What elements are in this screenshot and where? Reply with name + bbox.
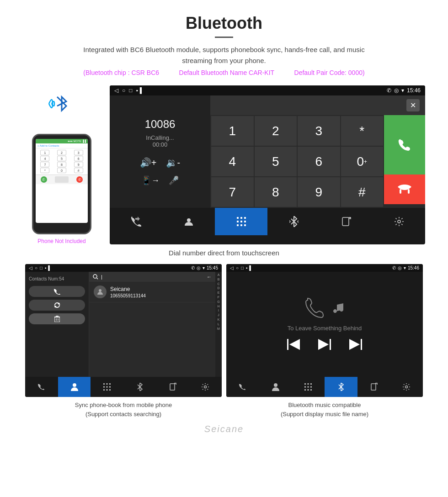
nav-settings[interactable] bbox=[373, 208, 425, 235]
key-9[interactable]: 9 bbox=[298, 177, 340, 207]
phone-end-button[interactable]: ✆ bbox=[76, 176, 83, 183]
phone-key-7[interactable]: 7 bbox=[40, 162, 49, 167]
play-pause-button[interactable] bbox=[318, 339, 331, 353]
contacts-nav-settings[interactable] bbox=[189, 377, 222, 397]
search-back-arrow[interactable]: ← bbox=[207, 274, 212, 280]
phone-key-4[interactable]: 4 bbox=[40, 156, 49, 161]
delete-action-button[interactable] bbox=[29, 313, 85, 324]
alpha-e[interactable]: E bbox=[218, 291, 220, 295]
contacts-nav-keypad[interactable] bbox=[91, 377, 123, 397]
dial-number-display: 10086 bbox=[145, 118, 176, 131]
nav-phone-out[interactable] bbox=[320, 208, 373, 235]
key-8[interactable]: 8 bbox=[255, 177, 297, 207]
transfer-button[interactable]: 📱→ bbox=[141, 175, 160, 185]
svg-rect-12 bbox=[342, 217, 349, 226]
svg-marker-34 bbox=[289, 339, 300, 350]
key-hash[interactable]: # bbox=[341, 177, 384, 207]
contacts-nav-call[interactable] bbox=[25, 377, 58, 397]
phone-key-2[interactable]: 2 bbox=[57, 150, 66, 155]
nav-keypad[interactable] bbox=[215, 208, 267, 235]
svg-rect-14 bbox=[54, 317, 60, 322]
key-3[interactable]: 3 bbox=[298, 116, 340, 146]
phone-key-1[interactable]: 1 bbox=[40, 150, 49, 155]
volume-up-button[interactable]: 🔊+ bbox=[140, 157, 157, 168]
call-button[interactable] bbox=[384, 115, 425, 174]
status-bar-right: ✆ ◎ ▾ 15:46 bbox=[387, 87, 421, 94]
key-5[interactable]: 5 bbox=[255, 147, 297, 176]
keypad-grid: 1 2 3 * 4 5 6 0+ 7 8 9 # bbox=[210, 115, 384, 208]
svg-rect-36 bbox=[330, 339, 331, 350]
alpha-f[interactable]: F bbox=[218, 295, 219, 300]
contacts-right-panel: | ← Seicane 10655059113144 bbox=[89, 272, 222, 377]
refresh-action-button[interactable] bbox=[29, 300, 85, 311]
phone-key-3[interactable]: 3 bbox=[74, 150, 83, 155]
nav-call-transfer[interactable] bbox=[110, 208, 162, 235]
contact-avatar bbox=[94, 286, 107, 298]
phone-key-9[interactable]: 9 bbox=[74, 162, 83, 167]
recents-icon: □ bbox=[129, 87, 132, 94]
phone-key-5[interactable]: 5 bbox=[57, 156, 66, 161]
alpha-k[interactable]: K bbox=[218, 317, 220, 322]
svg-rect-1 bbox=[408, 189, 410, 194]
svg-point-13 bbox=[398, 220, 400, 223]
contact-list-item[interactable]: Seicane 10655059113144 bbox=[89, 282, 215, 302]
alpha-g[interactable]: G bbox=[217, 300, 219, 304]
search-icon bbox=[93, 274, 98, 280]
alpha-j[interactable]: J bbox=[218, 313, 219, 317]
alpha-d[interactable]: D bbox=[217, 286, 219, 291]
contacts-nav-phone-out[interactable] bbox=[156, 377, 189, 397]
music-nav-call[interactable] bbox=[226, 377, 259, 397]
contact-search-bar: | ← bbox=[89, 272, 215, 282]
key-7[interactable]: 7 bbox=[211, 177, 254, 207]
mute-button[interactable]: 🎤 bbox=[169, 175, 179, 185]
bt-code-info: Default Pair Code: 0000) bbox=[294, 69, 365, 76]
volume-down-button[interactable]: 🔉- bbox=[166, 157, 181, 168]
watermark-text: Seicane bbox=[204, 424, 244, 434]
svg-rect-3 bbox=[237, 217, 239, 219]
phone-key-star[interactable]: * bbox=[40, 168, 49, 173]
nav-bluetooth[interactable] bbox=[267, 208, 320, 235]
dial-right-keypad: ✕ 1 2 3 * 4 5 6 0+ bbox=[210, 95, 425, 208]
music-loc-icon: ◎ bbox=[398, 265, 402, 270]
nav-contacts[interactable] bbox=[162, 208, 215, 235]
next-track-button[interactable] bbox=[349, 339, 362, 353]
alpha-b[interactable]: B bbox=[218, 277, 220, 282]
bottom-captions: Sync phone-book from mobile phone(Suppor… bbox=[0, 397, 448, 422]
phone-key-8[interactable]: 8 bbox=[57, 162, 66, 167]
phone-key-6[interactable]: 6 bbox=[74, 156, 83, 161]
music-nav-settings[interactable] bbox=[390, 377, 423, 397]
svg-rect-43 bbox=[304, 386, 306, 388]
bluetooth-icon-area bbox=[48, 90, 75, 120]
location-icon: ◎ bbox=[394, 87, 399, 94]
alpha-i[interactable]: I bbox=[218, 308, 219, 313]
contacts-nav-bluetooth[interactable] bbox=[123, 377, 156, 397]
backspace-button[interactable]: ✕ bbox=[406, 99, 420, 111]
alpha-l[interactable]: L bbox=[218, 322, 219, 327]
alpha-c[interactable]: C bbox=[217, 282, 219, 286]
phone-key-hash[interactable]: # bbox=[74, 168, 83, 173]
alpha-m[interactable]: M bbox=[217, 327, 220, 331]
music-nav-bluetooth[interactable] bbox=[325, 377, 357, 397]
music-nav-person[interactable] bbox=[259, 377, 292, 397]
contacts-home-icon: ○ bbox=[35, 265, 37, 270]
phone-key-0[interactable]: 0 bbox=[57, 168, 66, 173]
music-nav-keypad[interactable] bbox=[292, 377, 325, 397]
music-nav-phone-out[interactable] bbox=[357, 377, 390, 397]
key-0plus[interactable]: 0+ bbox=[341, 147, 384, 176]
music-phone-icon bbox=[304, 296, 327, 319]
page-title: Bluetooth bbox=[9, 14, 439, 33]
alpha-a[interactable]: A bbox=[218, 273, 220, 277]
key-1[interactable]: 1 bbox=[211, 116, 254, 146]
svg-marker-37 bbox=[349, 339, 360, 350]
prev-track-button[interactable] bbox=[287, 339, 300, 353]
contacts-nav-person[interactable] bbox=[58, 377, 91, 397]
svg-rect-11 bbox=[244, 224, 246, 226]
key-star[interactable]: * bbox=[341, 116, 384, 146]
alpha-h[interactable]: H bbox=[217, 304, 219, 309]
phone-call-button[interactable]: ✆ bbox=[41, 176, 47, 183]
key-4[interactable]: 4 bbox=[211, 147, 254, 176]
key-6[interactable]: 6 bbox=[298, 147, 340, 176]
end-call-button[interactable] bbox=[384, 174, 425, 204]
key-2[interactable]: 2 bbox=[255, 116, 297, 146]
call-action-button[interactable] bbox=[29, 286, 85, 297]
